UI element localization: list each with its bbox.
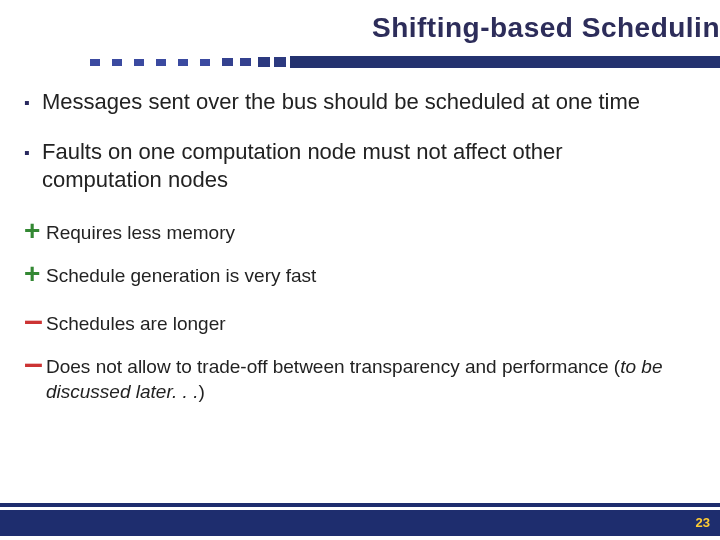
svg-rect-5 bbox=[200, 59, 210, 66]
minus-text-suffix: ) bbox=[198, 381, 204, 402]
svg-rect-10 bbox=[290, 56, 720, 68]
minus-item: – Does not allow to trade-off between tr… bbox=[24, 355, 688, 404]
svg-rect-2 bbox=[134, 59, 144, 66]
svg-rect-0 bbox=[90, 59, 100, 66]
svg-rect-7 bbox=[240, 58, 251, 66]
svg-rect-8 bbox=[258, 57, 270, 67]
bullet-text: Messages sent over the bus should be sch… bbox=[42, 88, 640, 116]
bullet-item: ▪ Faults on one computation node must no… bbox=[24, 138, 688, 193]
minus-text-prefix: Does not allow to trade-off between tran… bbox=[46, 356, 620, 377]
square-bullet-icon: ▪ bbox=[24, 88, 42, 116]
plus-text: Requires less memory bbox=[46, 221, 235, 246]
plus-item: + Schedule generation is very fast bbox=[24, 264, 688, 289]
plus-icon: + bbox=[24, 221, 46, 241]
slide-title: Shifting-based Schedulin bbox=[372, 12, 720, 44]
bullet-item: ▪ Messages sent over the bus should be s… bbox=[24, 88, 688, 116]
content-area: ▪ Messages sent over the bus should be s… bbox=[24, 88, 688, 422]
svg-rect-4 bbox=[178, 59, 188, 66]
plus-text: Schedule generation is very fast bbox=[46, 264, 316, 289]
minus-icon: – bbox=[24, 312, 46, 326]
minus-text: Schedules are longer bbox=[46, 312, 226, 337]
svg-rect-1 bbox=[112, 59, 122, 66]
minus-item: – Schedules are longer bbox=[24, 312, 688, 337]
svg-rect-3 bbox=[156, 59, 166, 66]
minus-text-composite: Does not allow to trade-off between tran… bbox=[46, 355, 688, 404]
svg-rect-9 bbox=[274, 57, 286, 67]
footer-bar: 23 bbox=[0, 510, 720, 536]
square-bullet-icon: ▪ bbox=[24, 138, 42, 166]
plus-icon: + bbox=[24, 264, 46, 284]
svg-rect-6 bbox=[222, 58, 233, 66]
minus-icon: – bbox=[24, 355, 46, 369]
slide: Shifting-based Schedulin ▪ Messages sent… bbox=[0, 0, 720, 540]
bullet-text: Faults on one computation node must not … bbox=[42, 138, 688, 193]
page-number: 23 bbox=[696, 515, 710, 530]
plus-item: + Requires less memory bbox=[24, 221, 688, 246]
title-underline-decoration bbox=[90, 56, 720, 68]
